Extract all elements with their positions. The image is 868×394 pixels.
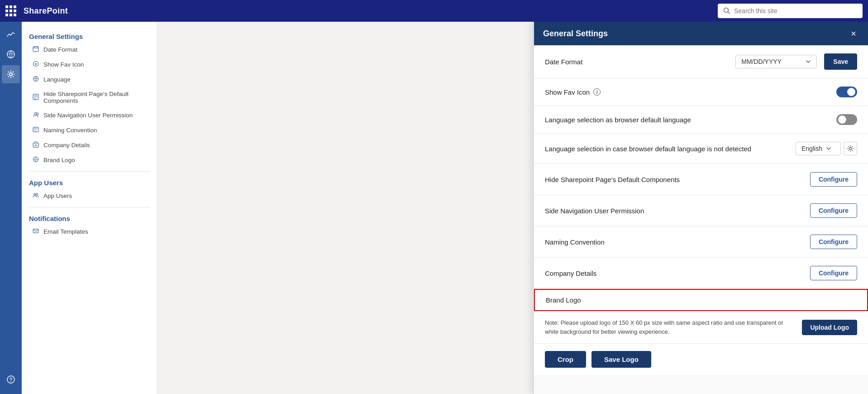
lang-not-detected-value: English — [801, 145, 822, 152]
company-details-row: Company Details Configure — [534, 258, 868, 289]
notifications-nav-title: Notifications — [22, 211, 157, 224]
nav-item-hide-sharepoint[interactable]: Hide Sharepoint Page's Default Component… — [22, 87, 157, 108]
naming-convention-configure-button[interactable]: Configure — [810, 235, 857, 249]
icon-bar-chart[interactable] — [2, 25, 20, 43]
date-format-icon — [33, 46, 39, 53]
nav-item-company-details[interactable]: Company Details — [22, 138, 157, 153]
app-logo: SharePoint — [24, 6, 68, 16]
nav-item-email-templates[interactable]: Email Templates — [22, 224, 157, 239]
panel-body: Date Format MM/DD/YYYY Save Show Fav Ico… — [534, 45, 868, 394]
svg-point-14 — [37, 113, 38, 115]
email-templates-icon — [33, 228, 39, 235]
svg-rect-6 — [33, 47, 38, 52]
nav-item-brand-logo[interactable]: Brand Logo — [22, 153, 157, 168]
svg-point-2 — [7, 51, 14, 58]
date-format-row: Date Format MM/DD/YYYY Save — [534, 45, 868, 78]
date-format-label: Date Format — [545, 58, 582, 66]
crop-button[interactable]: Crop — [545, 351, 586, 368]
show-fav-icon-info-icon: i — [593, 88, 601, 96]
save-logo-button[interactable]: Save Logo — [591, 351, 651, 368]
lang-gear-button[interactable] — [844, 142, 857, 155]
nav-item-side-nav-permission[interactable]: Side Navigation User Permission — [22, 108, 157, 123]
svg-point-22 — [36, 193, 38, 195]
side-nav-permission-configure-button[interactable]: Configure — [810, 203, 857, 218]
icon-bar: ? — [0, 22, 22, 394]
lang-not-detected-row: Language selection in case browser defau… — [534, 134, 868, 164]
naming-convention-icon — [33, 126, 39, 134]
show-fav-icon-toggle[interactable] — [836, 86, 857, 97]
side-nav-permission-icon — [33, 111, 39, 119]
svg-rect-23 — [33, 229, 38, 233]
panel-close-button[interactable]: × — [848, 28, 859, 39]
nav-item-app-users-label: App Users — [43, 192, 72, 199]
search-input[interactable] — [734, 7, 857, 14]
nav-item-brand-logo-label: Brand Logo — [43, 157, 75, 163]
icon-bar-help[interactable]: ? — [2, 370, 20, 389]
nav-item-side-nav-permission-label: Side Navigation User Permission — [43, 112, 133, 119]
chevron-down-icon — [806, 59, 811, 64]
hide-sharepoint-label: Hide Sharepoint Page's Default Component… — [545, 176, 680, 183]
show-fav-icon-nav-icon — [33, 61, 39, 68]
company-details-configure-button[interactable]: Configure — [810, 266, 857, 280]
nav-item-naming-convention[interactable]: Naming Convention — [22, 123, 157, 138]
nav-item-show-fav-icon[interactable]: Show Fav Icon — [22, 57, 157, 72]
app-users-nav-title: App Users — [22, 175, 157, 188]
brand-logo-row: Brand Logo — [534, 289, 868, 311]
action-buttons-row: Crop Save Logo — [534, 344, 868, 375]
svg-point-21 — [34, 193, 36, 195]
show-fav-icon-label: Show Fav Icon — [545, 88, 590, 96]
company-details-icon — [33, 141, 39, 149]
nav-item-date-format[interactable]: Date Format — [22, 42, 157, 57]
svg-rect-15 — [33, 127, 38, 132]
search-icon — [723, 7, 730, 14]
hide-sharepoint-configure-button[interactable]: Configure — [810, 172, 857, 187]
save-button[interactable]: Save — [824, 53, 857, 70]
svg-line-1 — [728, 12, 730, 14]
nav-item-language[interactable]: Language — [22, 72, 157, 87]
divider-2 — [29, 207, 150, 207]
show-fav-icon-toggle-slider — [836, 86, 857, 97]
lang-not-detected-dropdown[interactable]: English — [796, 142, 841, 155]
lang-browser-default-row: Language selection as browser default la… — [534, 106, 868, 134]
icon-bar-settings[interactable] — [2, 65, 20, 83]
naming-convention-label: Naming Convention — [545, 238, 605, 246]
lang-chevron-down-icon — [826, 146, 831, 151]
hide-sharepoint-row: Hide Sharepoint Page's Default Component… — [534, 164, 868, 195]
note-text: Note: Please upload logo of 150 X 60 px … — [545, 318, 793, 336]
app-users-icon — [33, 192, 39, 200]
content-area: General Settings × Date Format MM/DD/YYY… — [157, 22, 868, 394]
side-nav-permission-row: Side Navigation User Permission Configur… — [534, 195, 868, 226]
gear-icon — [847, 145, 854, 152]
waffle-menu[interactable] — [5, 5, 16, 16]
naming-convention-row: Naming Convention Configure — [534, 226, 868, 258]
icon-bar-globe[interactable] — [2, 45, 20, 63]
brand-logo-label: Brand Logo — [546, 296, 581, 304]
lang-select-group: English — [796, 142, 857, 155]
search-bar — [718, 4, 863, 18]
general-settings-panel: General Settings × Date Format MM/DD/YYY… — [533, 22, 868, 394]
brand-logo-icon — [33, 156, 39, 164]
svg-point-24 — [849, 148, 852, 150]
show-fav-icon-row: Show Fav Icon i — [534, 78, 868, 106]
nav-item-company-details-label: Company Details — [43, 142, 90, 149]
side-nav: General Settings Date Format Show Fav Ic… — [22, 22, 157, 394]
nav-item-date-format-label: Date Format — [43, 46, 77, 53]
date-format-dropdown[interactable]: MM/DD/YYYY — [735, 55, 817, 68]
language-icon — [33, 76, 39, 83]
topbar: SharePoint — [0, 0, 868, 22]
date-format-value: MM/DD/YYYY — [741, 58, 782, 65]
svg-point-20 — [35, 159, 37, 160]
nav-item-email-templates-label: Email Templates — [43, 228, 88, 235]
divider-1 — [29, 171, 150, 172]
nav-item-language-label: Language — [43, 76, 71, 83]
upload-logo-button[interactable]: Upload Logo — [802, 320, 857, 335]
lang-not-detected-label: Language selection in case browser defau… — [545, 145, 751, 153]
general-settings-nav-title: General Settings — [22, 29, 157, 42]
main-container: ? General Settings Date Format Show Fav … — [0, 22, 868, 394]
note-section: Note: Please upload logo of 150 X 60 px … — [534, 311, 868, 344]
side-nav-permission-label: Side Navigation User Permission — [545, 207, 644, 215]
lang-browser-default-toggle[interactable] — [836, 114, 857, 125]
panel-title: General Settings — [543, 29, 608, 38]
nav-item-app-users[interactable]: App Users — [22, 188, 157, 203]
lang-browser-default-slider — [836, 114, 857, 125]
